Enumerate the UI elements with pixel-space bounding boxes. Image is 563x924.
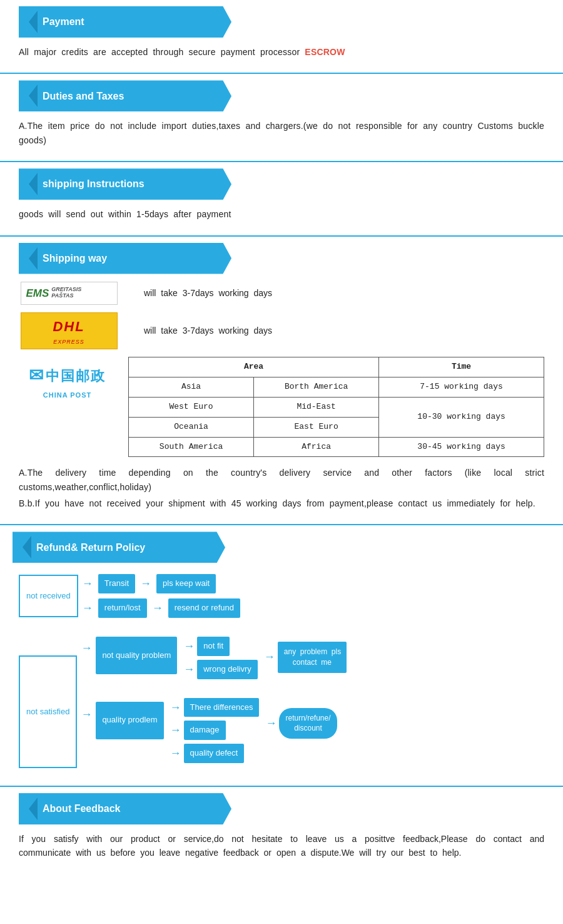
payment-text: All major credits are accepted through s… <box>19 45 544 59</box>
flowchart-not-received: not received → Transit → pls keep wait <box>19 574 550 618</box>
delivery-notes: A.The delivery time depending on the cou… <box>19 466 544 510</box>
damage-box: damage <box>184 721 226 740</box>
table-cell: 7-15 working days <box>379 377 544 398</box>
not-quality-problem-box: not quality problem <box>96 637 177 674</box>
arrow-icon: → <box>81 706 92 724</box>
refund-section: Refund& Return Policy not received → Tra… <box>0 525 563 786</box>
arrow-icon: → <box>152 599 163 617</box>
table-cell: Oceania <box>129 417 254 437</box>
there-differences-box: There differences <box>184 698 260 717</box>
any-problem-box: any problem pls contact me <box>278 642 347 673</box>
quality-prodlem-box: quality prodlem <box>96 702 163 739</box>
duties-section: Duties and Taxes A.The item price do not… <box>0 74 563 162</box>
dhl-logo: DHL EXPRESS <box>21 312 118 350</box>
ems-logo: EMS GREITASISPAŠTAS <box>21 282 118 305</box>
duties-title: Duties and Taxes <box>43 88 124 105</box>
arrow-icon: → <box>265 714 276 732</box>
transit-box: Transit <box>98 574 135 593</box>
escrow-label: ESCROW <box>305 47 345 57</box>
table-cell: 10-30 working days <box>379 397 544 437</box>
feedback-header: About Feedback <box>19 793 231 824</box>
arrow-icon: → <box>264 648 275 666</box>
shipping-table: Area Time Asia Borth America 7-15 workin… <box>128 357 544 457</box>
chinapost-en-label: CHINA POST <box>43 390 91 401</box>
payment-header: Payment <box>19 6 231 38</box>
table-cell: West Euro <box>129 397 254 417</box>
arrow-icon: → <box>82 575 93 593</box>
dhl-logo-box: DHL EXPRESS <box>19 312 119 350</box>
table-header-area: Area <box>129 357 379 377</box>
feedback-text: If you satisfy with our product or servi… <box>19 832 544 860</box>
table-cell: Africa <box>254 437 379 457</box>
dhl-time-text: will take 3-7days working days <box>144 324 272 337</box>
shipping-instructions-section: shipping Instructions goods will send ou… <box>0 162 563 235</box>
table-row: West Euro Mid-East 10-30 working days <box>129 397 544 417</box>
arrow-icon: → <box>170 744 181 762</box>
arrow-icon: → <box>81 639 92 657</box>
table-cell: Mid-East <box>254 397 379 417</box>
chinapost-logo: ✉ 中国邮政 CHINA POST <box>19 357 116 401</box>
table-row: Asia Borth America 7-15 working days <box>129 377 544 398</box>
duties-text: A.The item price do not include import d… <box>19 119 544 147</box>
return-refund-discount-box: return/refune/ discount <box>279 708 337 739</box>
shipping-instructions-text: goods will send out within 1-5days after… <box>19 207 544 221</box>
not-fit-box: not fit <box>197 637 230 656</box>
quality-defect-box: quality defect <box>184 744 245 763</box>
resend-or-refund-box: resend or refund <box>168 598 240 618</box>
not-satisfied-box: not satisfied <box>19 655 77 768</box>
arrow-icon: → <box>170 699 181 717</box>
table-cell: 30-45 working days <box>379 437 544 457</box>
note-b: B.b.If you have not received your shipme… <box>19 496 544 510</box>
duties-header: Duties and Taxes <box>19 80 231 111</box>
ems-time-text: will take 3-7days working days <box>144 286 272 300</box>
ems-row: EMS GREITASISPAŠTAS will take 3-7days wo… <box>19 282 544 305</box>
feedback-section: About Feedback If you satisfy with our p… <box>0 787 563 871</box>
arrow-icon: → <box>183 660 195 679</box>
table-cell: South America <box>129 437 254 457</box>
table-cell: Asia <box>129 377 254 398</box>
wrong-delivry-box: wrong delivry <box>197 660 258 679</box>
payment-section: Payment All major credits are accepted t… <box>0 0 563 73</box>
arrow-icon: → <box>170 721 181 739</box>
payment-title: Payment <box>43 14 84 30</box>
table-row: South America Africa 30-45 working days <box>129 437 544 457</box>
shipping-instructions-title: shipping Instructions <box>43 176 145 192</box>
refund-header: Refund& Return Policy <box>13 531 225 563</box>
dhl-row: DHL EXPRESS will take 3-7days working da… <box>19 312 544 350</box>
pls-keep-wait-box: pls keep wait <box>156 574 216 593</box>
flowchart-not-satisfied: not satisfied → not quality problem → no… <box>19 630 550 768</box>
feedback-title: About Feedback <box>43 801 120 817</box>
ems-logo-box: EMS GREITASISPAŠTAS <box>19 282 119 305</box>
shipping-way-title: Shipping way <box>43 250 107 267</box>
table-cell: Borth America <box>254 377 379 398</box>
shipping-instructions-header: shipping Instructions <box>19 168 231 200</box>
note-a: A.The delivery time depending on the cou… <box>19 466 544 494</box>
chinapost-chars: 中国邮政 <box>46 365 106 387</box>
arrow-icon: → <box>183 637 195 655</box>
not-received-box: not received <box>19 575 78 617</box>
return-lost-box: return/lost <box>98 598 147 618</box>
shipping-way-header: Shipping way <box>19 243 231 274</box>
chinapost-section: ✉ 中国邮政 CHINA POST Area Time Asia Borth A… <box>19 357 544 457</box>
arrow-icon: → <box>140 575 151 593</box>
table-header-time: Time <box>379 357 544 377</box>
chinapost-icon: ✉ <box>29 362 43 390</box>
shipping-way-section: Shipping way EMS GREITASISPAŠTAS will ta… <box>0 237 563 525</box>
refund-title: Refund& Return Policy <box>36 540 145 556</box>
table-cell: East Euro <box>254 417 379 437</box>
arrow-icon: → <box>82 599 93 617</box>
